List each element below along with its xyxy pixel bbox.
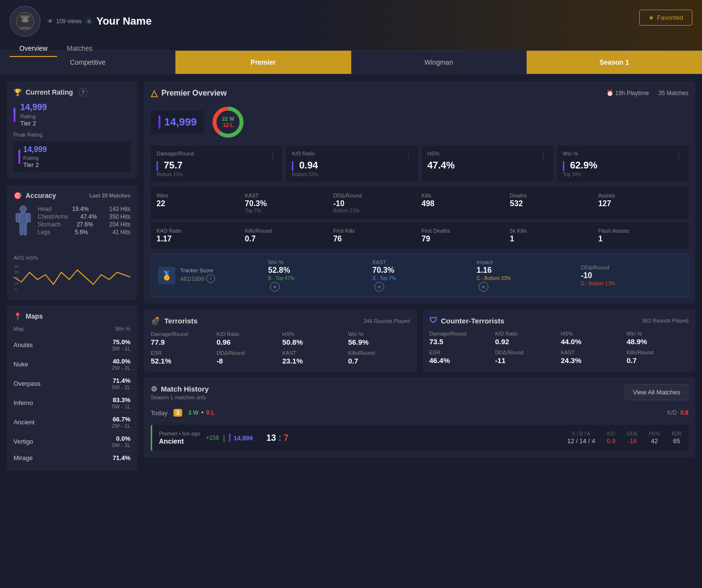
- accuracy-body: Head 19.4% 143 Hits Chest/Arms 47.4% 350…: [14, 205, 130, 250]
- target-icon: 🎯: [14, 192, 22, 199]
- peak-rating-number: 14,999: [23, 145, 47, 154]
- match-stats-cols: K / D / A 12 / 14 / 4 K/D 0.9 DDΔ -16 HS…: [567, 431, 682, 445]
- svg-rect-11: [24, 224, 27, 235]
- map-row-ancient: Ancient 66.7% 2W - 1L: [14, 413, 130, 432]
- ct-kd: K/D Ratio 0.92: [495, 331, 557, 346]
- ct-header: 🛡 Counter-Terrorists 362 Rounds Played: [430, 316, 689, 325]
- rating-tier: Tier 2: [20, 120, 36, 127]
- premier-header: △ Premier Overview ⏰ 19h Playtime 35 Mat…: [151, 88, 688, 98]
- ms-first-kills: First Kills 76: [333, 228, 418, 243]
- stat-bar: [292, 161, 293, 171]
- t-win: Win % 56.9%: [348, 331, 410, 346]
- svg-rect-7: [19, 213, 27, 224]
- svg-text:40: 40: [14, 276, 19, 280]
- ct-icon: 🛡: [430, 316, 437, 325]
- map-row-mirage: Mirage 71.4%: [14, 451, 130, 464]
- ms-kad: KAD Ratio 1.17: [157, 228, 241, 243]
- match-kda-col: K / D / A 12 / 14 / 4: [567, 431, 595, 445]
- premier-rating-bar: [158, 115, 160, 129]
- tracker-main: 🏅 Tracker Score 481/1000 i: [158, 267, 264, 284]
- rating-value: 14,999 Rating Tier 2: [14, 102, 130, 127]
- match-row[interactable]: Premier • 6m ago Ancient +158 ║ 14,999 1…: [151, 425, 688, 451]
- stat-hs-menu[interactable]: ⋮: [540, 151, 547, 160]
- tab-matches[interactable]: Matches: [57, 41, 102, 57]
- stat-win-menu[interactable]: ⋮: [675, 151, 683, 160]
- tracker-impact-expand[interactable]: +: [479, 282, 488, 292]
- svg-text:60: 60: [14, 270, 19, 274]
- stat-damage-menu[interactable]: ⋮: [269, 151, 276, 160]
- star-icon: ★: [648, 14, 654, 21]
- t-esr: ESR 52.1%: [151, 350, 213, 365]
- match-score: 13 : 7: [266, 433, 288, 443]
- rating-number: 14,999: [20, 102, 47, 112]
- premier-overview-card: △ Premier Overview ⏰ 19h Playtime 35 Mat…: [144, 81, 695, 304]
- ct-win: Win % 48.9%: [627, 331, 688, 346]
- current-rating-title: 🏆 Current Rating ?: [14, 88, 130, 97]
- stat-bar: [157, 161, 158, 171]
- premier-rating-display: 14,999: [151, 111, 204, 134]
- tracker-win-expand[interactable]: +: [270, 282, 280, 292]
- map-row-vertigo: Vertigo 0.0% 0W - 3L: [14, 432, 130, 451]
- peak-rating-section: Peak Rating 14,999 Rating Tier 2: [14, 132, 130, 172]
- svg-text:0: 0: [14, 287, 16, 292]
- view-all-matches-button[interactable]: View All Matches: [625, 384, 688, 400]
- ct-stats: Damage/Round 73.5 K/D Ratio 0.92 HS% 44.…: [430, 331, 689, 364]
- tracker-icon: 🏅: [158, 267, 175, 284]
- rating-help-button[interactable]: ?: [79, 88, 87, 97]
- ms-kast: KAST 70.3% Top 7%: [245, 193, 330, 213]
- body-diagram: [14, 205, 33, 250]
- tracker-kast: KAST 70.3% S - Top 7% +: [372, 259, 473, 292]
- terrorists-header: 💣 Terrorists 346 Rounds Played: [151, 316, 410, 325]
- win-loss-donut: 22 W 12 L: [211, 105, 245, 139]
- svg-point-3: [22, 19, 23, 20]
- ct-kills-round: Kills/Round 0.7: [627, 350, 688, 364]
- terrorists-card: 💣 Terrorists 346 Rounds Played Damage/Ro…: [144, 309, 417, 372]
- stat-hs: HS% ⋮ 47.4%: [422, 146, 553, 182]
- left-sidebar: 🏆 Current Rating ? 14,999 Rating Tier 2 …: [7, 81, 137, 471]
- ms-5k: 5k Kills 1: [510, 228, 594, 243]
- main-layout: 🏆 Current Rating ? 14,999 Rating Tier 2 …: [0, 74, 702, 478]
- peak-label: Peak Rating: [14, 132, 130, 138]
- match-history-header: ⚙ Match History Season 1 matches only. V…: [151, 384, 688, 400]
- tracker-kast-expand[interactable]: +: [374, 282, 384, 292]
- match-rating-change: +158 ║ 14,999: [206, 434, 253, 442]
- tab-overview[interactable]: Overview: [10, 41, 57, 57]
- premier-rating-num: 14,999: [164, 116, 197, 128]
- more-stats-row2: KAD Ratio 1.17 Kills/Round 0.7 First Kil…: [151, 222, 688, 249]
- ms-assists: Assists 127: [598, 193, 683, 213]
- views-row: 👁 109 views ⚙ Your Name: [47, 15, 152, 28]
- premier-icon: △: [151, 88, 158, 98]
- ms-kills: Kills 498: [421, 193, 506, 213]
- acc-row-legs: Legs 5.6% 41 Hits: [38, 228, 130, 236]
- accuracy-title: 🎯 Accuracy Last 20 Matches: [14, 192, 130, 199]
- svg-text:20: 20: [14, 281, 19, 286]
- map-row-anubis: Anubis 75.0% 3W - 1L: [14, 336, 130, 355]
- map-row-overpass: Overpass 71.4% 5W - 2L: [14, 374, 130, 393]
- stat-bar: [563, 161, 564, 171]
- tct-row: 💣 Terrorists 346 Rounds Played Damage/Ro…: [144, 309, 695, 372]
- ct-dda: DDΔ/Round -11: [495, 350, 557, 364]
- playtime-meta: ⏰ 19h Playtime: [606, 90, 649, 97]
- match-history-title: ⚙ Match History: [151, 385, 209, 393]
- accuracy-card: 🎯 Accuracy Last 20 Matches: [7, 185, 137, 300]
- avatar: [10, 6, 41, 37]
- t-kast: KAST 23.1%: [282, 350, 344, 365]
- stat-kd: K/D Ratio ⋮ 0.94 Bottom 33%: [286, 146, 417, 182]
- ct-hs: HS% 44.0%: [561, 331, 623, 346]
- ct-title: 🛡 Counter-Terrorists: [430, 316, 504, 325]
- ms-first-deaths: First Deaths 79: [421, 228, 506, 243]
- svg-point-4: [28, 19, 29, 20]
- acc-row-chest: Chest/Arms 47.4% 350 Hits: [38, 213, 130, 221]
- favorited-button[interactable]: ★ Favorited: [639, 10, 692, 26]
- ct-damage: Damage/Round 73.5: [430, 331, 491, 346]
- donut-label: 22 W 12 L: [222, 116, 234, 128]
- tracker-info-button[interactable]: i: [206, 274, 215, 283]
- hs-sparkline: 80 60 40 20 0: [14, 263, 130, 292]
- stat-kd-menu[interactable]: ⋮: [404, 151, 412, 160]
- rating-divider-icon: ║: [222, 434, 226, 442]
- terrorists-title: 💣 Terrorists: [151, 316, 198, 325]
- tabs-row: Overview Matches: [10, 41, 692, 57]
- eye-icon: 👁: [47, 18, 53, 25]
- t-kills-round: Kills/Round 0.7: [348, 350, 410, 365]
- match-adr-col: ADR 65: [672, 431, 682, 445]
